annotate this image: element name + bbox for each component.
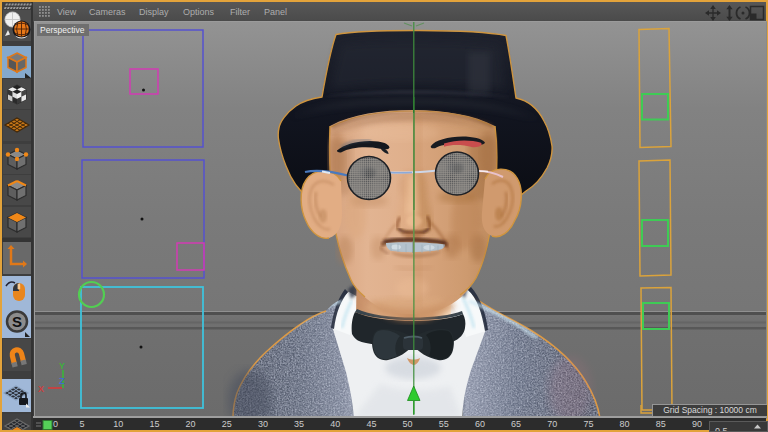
svg-text:Y: Y xyxy=(59,361,65,371)
svg-text:S: S xyxy=(12,313,22,330)
svg-text:Z: Z xyxy=(59,376,65,386)
svg-text:X: X xyxy=(38,384,44,394)
